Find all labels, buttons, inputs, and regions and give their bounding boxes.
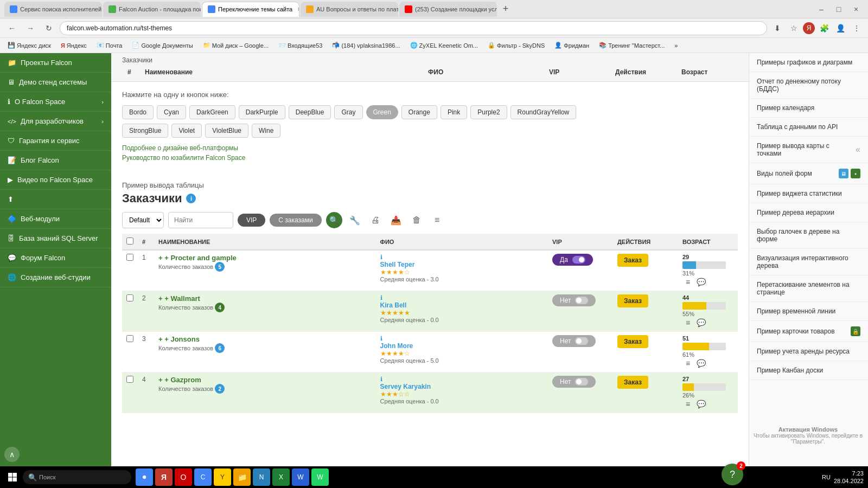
row-chat-icon[interactable]: 💬 <box>695 399 706 409</box>
profile-icon[interactable]: 👤 <box>833 21 847 35</box>
theme-btn-purple2[interactable]: Purple2 <box>470 105 507 119</box>
minimize-browser[interactable]: – <box>814 2 829 17</box>
new-tab-button[interactable]: + <box>498 2 513 17</box>
row-menu-icon[interactable]: ≡ <box>682 317 693 328</box>
rs-item-drag[interactable]: Перетаскивание элементов на странице <box>749 275 868 302</box>
rs-item-rental[interactable]: Пример учета аренды ресурса <box>749 342 868 361</box>
vip-no-button[interactable]: Нет <box>552 376 596 388</box>
theme-btn-roundgrayyellow[interactable]: RoundGrayYellow <box>510 105 577 119</box>
table-btn-print[interactable]: 🖨 <box>367 212 384 228</box>
person-name[interactable]: Shell Teper <box>380 261 544 268</box>
refresh-button[interactable]: ↻ <box>41 21 56 36</box>
tab-close-3[interactable]: × <box>297 5 299 13</box>
link-design[interactable]: Подробнее о дизайне веб-платформы <box>122 144 738 152</box>
bookmark-star-icon[interactable]: ☆ <box>787 21 801 35</box>
bookmark-skydns[interactable]: 🔒 Фильтр - SkyDNS <box>484 41 548 50</box>
rs-item-map[interactable]: Пример вывода карты с точками « <box>749 137 868 163</box>
theme-btn-violet[interactable]: Violet <box>171 124 202 138</box>
bookmark-yandex-disk[interactable]: 💾 Яндекс диск <box>4 41 54 50</box>
vip-yes-button[interactable]: Да <box>552 254 593 266</box>
info-icon-cell[interactable]: ℹ <box>380 254 544 261</box>
theme-btn-darkgreen[interactable]: DarkGreen <box>189 105 235 119</box>
taskbar-search[interactable]: 🔍 Поиск <box>23 470 131 484</box>
info-icon-cell[interactable]: ℹ <box>380 294 544 301</box>
sidebar-item-upload[interactable]: ⬆ <box>0 190 111 209</box>
sidebar-item-guarantee[interactable]: 🛡 Гарантия и сервис <box>0 131 111 151</box>
row-checkbox[interactable] <box>126 254 133 261</box>
taskbar-app-chrome2[interactable]: C <box>194 468 212 486</box>
taskbar-app-chrome[interactable] <box>136 468 153 486</box>
bookmark-vplaksina[interactable]: 📬 (184) vplaksina1986... <box>329 41 403 50</box>
rs-item-cards[interactable]: Пример карточки товаров 🔒 <box>749 321 868 342</box>
rs-item-interactive-tree[interactable]: Визуализация интерактивного дерева <box>749 249 868 275</box>
row-checkbox[interactable] <box>126 376 133 383</box>
rs-item-charts[interactable]: Примеры графиков и диаграмм <box>749 53 868 72</box>
select-all-checkbox[interactable] <box>126 237 133 245</box>
sidebar-collapse-button[interactable]: ∧ <box>4 447 20 462</box>
sidebar-item-blog[interactable]: 📝 Блог Falcon <box>0 151 111 170</box>
rs-item-form-fields[interactable]: Виды полей форм 🖥 ▪ <box>749 163 868 184</box>
bookmark-inbox[interactable]: 📨 Входящие53 <box>275 41 326 50</box>
rs-item-api-table[interactable]: Таблица с данными по API <box>749 118 868 137</box>
order-button[interactable]: Заказ <box>617 335 648 348</box>
bookmark-gdocs[interactable]: 📄 Google Документы <box>129 41 196 50</box>
bookmark-more[interactable]: » <box>671 41 681 50</box>
table-btn-search[interactable]: 🔍 <box>326 212 342 228</box>
table-btn-filter[interactable]: 🔧 <box>347 212 363 228</box>
taskbar-app-whatsapp[interactable]: W <box>311 468 329 486</box>
theme-btn-strongblue[interactable]: StrongBlue <box>122 124 168 138</box>
sidebar-item-about[interactable]: ℹ О Falcon Space › <box>0 92 111 112</box>
rs-item-cashflow[interactable]: Отчет по денежному потоку (БДДС) <box>749 72 868 99</box>
rs-item-kanban[interactable]: Пример Канбан доски <box>749 361 868 380</box>
person-name[interactable]: John More <box>380 342 544 350</box>
chat-bubble[interactable]: ? 2 <box>722 464 743 485</box>
table-select-default[interactable]: Default <box>122 212 164 228</box>
table-btn-vip[interactable]: VIP <box>238 214 265 227</box>
sidebar-item-video[interactable]: ▶ Видео по Falcon Space <box>0 170 111 190</box>
bookmark-training[interactable]: 📚 Тренинг "Мастерст... <box>596 41 668 50</box>
order-button[interactable]: Заказ <box>617 254 648 267</box>
taskbar-app-yandex[interactable]: Я <box>155 468 173 486</box>
theme-btn-wine[interactable]: Wine <box>252 124 280 138</box>
sidebar-item-forum[interactable]: 💬 Форум Falcon <box>0 248 111 268</box>
download-icon[interactable]: ⬇ <box>770 21 784 35</box>
theme-btn-green[interactable]: Green <box>366 105 398 119</box>
maximize-browser[interactable]: □ <box>831 2 846 17</box>
windows-start-button[interactable] <box>4 469 21 485</box>
rs-item-calendar[interactable]: Пример календаря <box>749 99 868 118</box>
address-bar[interactable] <box>60 21 767 35</box>
menu-icon[interactable]: ⋮ <box>850 21 864 35</box>
table-search-input[interactable] <box>168 212 233 228</box>
bookmark-fridman[interactable]: 👤 Фридман <box>551 41 592 50</box>
collapse-right-icon[interactable]: « <box>856 145 860 155</box>
browser-tab-4[interactable]: AU Вопросы и ответы по платформ... × <box>301 2 398 17</box>
table-btn-orders[interactable]: С заказами <box>270 214 321 227</box>
taskbar-app-opera[interactable]: O <box>175 468 192 486</box>
taskbar-app-yandexbrowser[interactable]: Y <box>214 468 231 486</box>
info-icon-cell[interactable]: ℹ <box>380 376 544 383</box>
row-chat-icon[interactable]: 💬 <box>695 358 706 369</box>
row-checkbox[interactable] <box>126 335 133 342</box>
theme-btn-violetblue[interactable]: VioletBlue <box>205 124 248 138</box>
row-chat-icon[interactable]: 💬 <box>695 317 706 328</box>
theme-btn-darkpurple[interactable]: DarkPurple <box>239 105 285 119</box>
vip-no-button[interactable]: Нет <box>552 294 596 306</box>
table-btn-menu[interactable]: ≡ <box>429 212 445 228</box>
row-menu-icon[interactable]: ≡ <box>682 358 693 369</box>
taskbar-app-files[interactable]: 📁 <box>233 468 251 486</box>
yandex-icon[interactable]: Я <box>803 22 815 34</box>
taskbar-app-excel[interactable]: X <box>272 468 290 486</box>
taskbar-app-word[interactable]: W <box>292 468 309 486</box>
close-browser[interactable]: × <box>848 2 864 17</box>
row-menu-icon[interactable]: ≡ <box>682 399 693 409</box>
browser-tab-2[interactable]: Falcon Auction - площадка пок... × <box>103 2 201 17</box>
browser-tab-3[interactable]: Переключение темы сайта × <box>202 2 299 17</box>
forward-button[interactable]: → <box>23 21 38 36</box>
back-button[interactable]: ← <box>4 21 20 36</box>
sidebar-item-sql[interactable]: 🗄 База знаний SQL Server <box>0 229 111 248</box>
person-name[interactable]: Servey Karyakin <box>380 383 544 390</box>
table-info-icon[interactable]: i <box>186 194 196 203</box>
extensions-icon[interactable]: 🧩 <box>817 21 831 35</box>
theme-btn-gray[interactable]: Gray <box>334 105 362 119</box>
bookmark-gdrive[interactable]: 📁 Мой диск – Google... <box>200 41 272 50</box>
